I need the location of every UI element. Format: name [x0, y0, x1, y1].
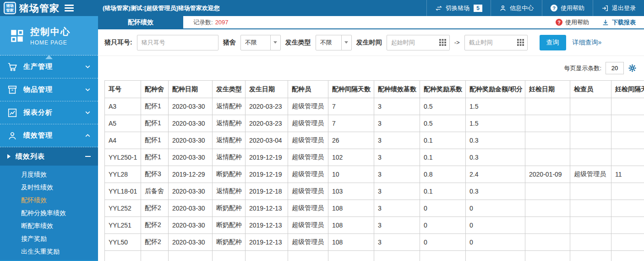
table-row[interactable]: A5配怀12020-03-30返情配种2020-03-23超级管理员730.51… — [105, 115, 644, 132]
table-cell — [570, 132, 611, 149]
person-icon — [499, 5, 507, 12]
table-cell: 3 — [374, 149, 420, 166]
table-cell: 0 — [420, 217, 466, 234]
event-type-select[interactable]: 不限 — [316, 35, 352, 50]
table-cell: 11 — [611, 166, 644, 183]
sidebar-item-items[interactable]: 物品管理 — [0, 78, 98, 101]
table-cell — [420, 251, 466, 261]
table-cell: 108 — [328, 217, 374, 234]
table-cell: 3 — [374, 166, 420, 183]
table-row[interactable]: A4配怀12020-03-30返情配种2020-03-04超级管理员2630.1… — [105, 132, 644, 149]
table-cell — [105, 251, 141, 261]
table-cell — [611, 132, 644, 149]
table-row[interactable]: YYL50配怀22020-03-30断奶配种2019-12-13超级管理员108… — [105, 234, 644, 251]
calendar-icon[interactable] — [514, 39, 527, 46]
home-subtitle: HOME PAGE — [30, 39, 71, 46]
calendar-icon[interactable] — [437, 39, 449, 46]
table-cell: 配怀2 — [141, 217, 169, 234]
question-circle-red-icon: ? — [556, 19, 562, 26]
table-cell: 10 — [328, 166, 374, 183]
record-count: 记录数: 2097 — [183, 16, 229, 28]
table-cell: 3 — [374, 200, 420, 217]
table-cell: 3 — [374, 234, 420, 251]
table-cell: 0.1 — [420, 149, 466, 166]
sidebar-subitem[interactable]: 接产奖励 — [0, 232, 98, 245]
table-cell: 配怀2 — [141, 234, 169, 251]
table-cell: 超级管理员 — [288, 183, 328, 200]
table-cell: 返情配种 — [213, 132, 246, 149]
end-date-input[interactable] — [465, 39, 514, 46]
table-header-cell: 配种绩效基数 — [374, 81, 420, 98]
sidebar-item-performance-list[interactable]: 绩效列表 — [0, 147, 98, 166]
table-header-cell: 配种奖励系数 — [420, 81, 466, 98]
table-row[interactable]: YYL250-1配怀12020-03-30返情配种2019-12-19超级管理员… — [105, 149, 644, 166]
table-row[interactable]: YYL252配怀22020-03-30断奶配种2019-12-13超级管理员10… — [105, 200, 644, 217]
start-date-field — [387, 35, 450, 50]
table-row[interactable] — [105, 251, 644, 261]
download-report-link[interactable]: 下载报表 — [602, 18, 636, 27]
home-panel[interactable]: 控制中心 HOME PAGE — [0, 16, 98, 56]
gear-icon[interactable] — [628, 64, 637, 72]
sidebar-subitem[interactable]: 配怀绩效 — [0, 194, 98, 206]
tabbar-links: ? 使用帮助 下载报表 — [556, 16, 644, 28]
ear-number-input[interactable] — [137, 35, 218, 50]
table-cell: 2019-12-13 — [246, 234, 288, 251]
table-cell: 3 — [374, 132, 420, 149]
query-button[interactable]: 查询 — [540, 35, 566, 50]
chevron-down-icon — [85, 64, 91, 70]
table-cell: 0 — [466, 217, 525, 234]
event-type-label: 发生类型 — [285, 39, 311, 47]
table-cell: 超级管理员 — [288, 234, 328, 251]
main-content: 配怀绩效 记录数: 2097 ? 使用帮助 下载报表 猪只耳号: 猪舍 不限 发… — [98, 16, 644, 261]
table-cell — [246, 251, 288, 261]
brand: 猪场 管家 猪场管家 — [0, 0, 98, 16]
table-cell: 0.5 — [420, 98, 466, 115]
table-cell: 2020-03-30 — [169, 115, 213, 132]
sidebar-item-performance[interactable]: 绩效管理 — [0, 124, 98, 147]
table-cell — [611, 217, 644, 234]
sidebar-subitem[interactable]: 及时性绩效 — [0, 181, 98, 194]
help-button[interactable]: ? 使用帮助 — [542, 0, 593, 16]
hamburger-menu-icon[interactable] — [65, 5, 74, 11]
table-cell: 超级管理员 — [288, 166, 328, 183]
content-help-link[interactable]: ? 使用帮助 — [556, 18, 589, 27]
sidebar-submenu: 月度绩效及时性绩效配怀绩效配种分娩率绩效断配率绩效接产奖励出生头重奖励 — [0, 166, 98, 260]
table-cell — [570, 251, 611, 261]
chevron-down-icon — [85, 87, 91, 93]
table-row[interactable]: A3配怀12020-03-30返情配种2020-03-23超级管理员730.51… — [105, 98, 644, 115]
table-cell — [213, 251, 246, 261]
sidebar-subitem[interactable]: 出生头重奖励 — [0, 245, 98, 258]
sidebar-subitem[interactable]: 月度绩效 — [0, 168, 98, 181]
topbar: 猪场 管家 猪场管家 (猪场管家)测试:[超级管理员]猪场管家欢迎您 切换猪场 … — [0, 0, 644, 16]
table-cell — [169, 251, 213, 261]
page-size-bar: 每页显示条数: — [98, 56, 644, 80]
table-cell: 超级管理员 — [288, 149, 328, 166]
table-cell — [466, 251, 525, 261]
table-cell: 0.3 — [466, 183, 525, 200]
pig-house-select[interactable]: 不限 — [240, 35, 281, 50]
minus-icon — [85, 156, 91, 157]
logout-label: 退出登录 — [612, 4, 636, 12]
sidebar-menu: 生产管理 物品管理 报表分析 绩效管理 — [0, 56, 98, 147]
sidebar-subitem[interactable]: 断配率绩效 — [0, 219, 98, 232]
message-center-label: 信息中心 — [510, 4, 534, 12]
table-row[interactable]: YYL251配怀22020-03-30断奶配种2019-12-13超级管理员10… — [105, 217, 644, 234]
page-size-input[interactable] — [606, 62, 624, 74]
table-cell: 0.3 — [466, 132, 525, 149]
table-cell: 0.8 — [420, 166, 466, 183]
table-cell: 108 — [328, 234, 374, 251]
sidebar-item-reports[interactable]: 报表分析 — [0, 101, 98, 124]
start-date-input[interactable] — [387, 39, 437, 46]
table-cell: 7 — [328, 115, 374, 132]
detail-query-link[interactable]: 详细查询» — [573, 39, 602, 47]
logout-button[interactable]: 退出登录 — [593, 0, 644, 16]
sidebar-subitem[interactable]: 配种分娩率绩效 — [0, 206, 98, 219]
tab-mating-performance[interactable]: 配怀绩效 — [98, 16, 183, 28]
table-header-cell: 配种员 — [288, 81, 328, 98]
message-center-button[interactable]: 信息中心 — [491, 0, 542, 16]
table-cell: A5 — [105, 115, 141, 132]
table-row[interactable]: YYL28配怀32019-12-29断奶配种2019-12-19超级管理员103… — [105, 166, 644, 183]
switch-farm-button[interactable]: 切换猪场 5 — [426, 0, 491, 16]
date-range-arrow: -> — [454, 39, 460, 46]
table-row[interactable]: YYL18-01后备舍2020-03-30返情配种2019-12-18超级管理员… — [105, 183, 644, 200]
